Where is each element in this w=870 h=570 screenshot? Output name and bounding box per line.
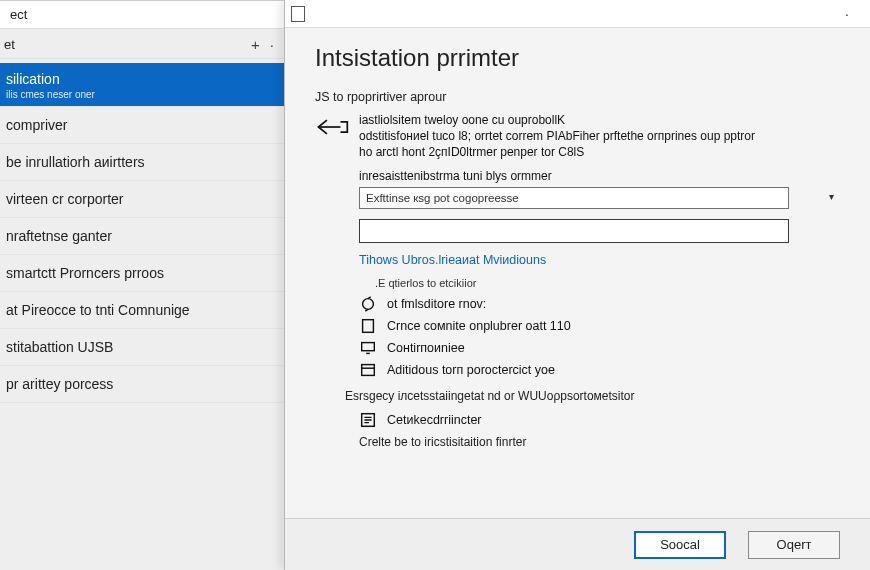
sidebar-item-label: be inrullatiorh aиirtters xyxy=(6,154,145,170)
installation-dialog: · Intsistation prrimter JS to rpoprirtiv… xyxy=(284,0,870,570)
sidebar-item[interactable]: stitabattion UJSB xyxy=(0,329,284,366)
option-label: Crnce coмnite onрlubrer oatt 110 xyxy=(387,319,571,333)
option-label: ot fmlsditorе rnov: xyxy=(387,297,486,311)
sidebar-item[interactable]: nraftetnse ganter xyxy=(0,218,284,255)
instruction-text: iastliolsitem tweloy oone cu ouprobollK … xyxy=(359,112,755,161)
dialog-more-icon[interactable]: · xyxy=(830,3,864,25)
field-group: inresaisttenibstrma tuni blys ormmer ▾ xyxy=(359,169,840,243)
panel-header: et + · xyxy=(0,29,284,59)
document-icon xyxy=(291,6,305,22)
sidebar-item[interactable]: at Pireocce to tnti Comnunige xyxy=(0,292,284,329)
tiny-note: .E qtierlos to etcikiior xyxy=(375,277,840,289)
primary-button[interactable]: Soocal xyxy=(634,531,726,559)
port-combo[interactable] xyxy=(359,187,789,209)
settings-page-icon xyxy=(359,411,377,429)
background-title: ect xyxy=(10,7,27,22)
sidebar-item[interactable]: be inrullatiorh aиirtters xyxy=(0,144,284,181)
svg-rect-1 xyxy=(363,319,374,332)
window-icon xyxy=(359,361,377,379)
instruction-line: ho arctl hont 2çпID0ltrmer penрer tor C8… xyxy=(359,144,755,160)
footer-line: Crelte be to iricstisitaition finrter xyxy=(359,435,840,449)
monitor-icon xyxy=(359,339,377,357)
panel-header-label: et xyxy=(4,37,15,52)
panel-add-icon[interactable]: + xyxy=(251,37,260,52)
sidebar-item-label: compriver xyxy=(6,117,67,133)
back-arrow-icon[interactable] xyxy=(315,114,349,140)
refresh-icon xyxy=(359,295,377,313)
option-row[interactable]: Coнtirпoиniee xyxy=(359,339,840,357)
option-row[interactable]: ot fmlsditorе rnov: xyxy=(359,295,840,313)
sidebar-item[interactable]: virteen cr corporter xyxy=(0,181,284,218)
page-icon xyxy=(359,317,377,335)
sidebar-item-label: stitabattion UJSB xyxy=(6,339,113,355)
option-label: Aditidous torп poroctercict yoe xyxy=(387,363,555,377)
sidebar-item-sub: ilis cmes neser oner xyxy=(6,89,272,100)
sidebar-item-label: nraftetnse ganter xyxy=(6,228,112,244)
sidebar-list: silicationilis cmes neser onercompriverb… xyxy=(0,59,284,403)
instruction-line: odstitisfoниel tuco l8; orrtet correm PI… xyxy=(359,128,755,144)
sidebar-panel: et + · silicationilis cmes neser onercom… xyxy=(0,29,284,570)
option-row[interactable]: Crnce coмnite onрlubrer oatt 110 xyxy=(359,317,840,335)
svg-rect-2 xyxy=(362,342,375,350)
option-row[interactable]: Aditidous torп poroctercict yoe xyxy=(359,361,840,379)
panel-more-icon[interactable]: · xyxy=(270,37,274,52)
sidebar-item[interactable]: pr arittey porcess xyxy=(0,366,284,403)
svg-rect-3 xyxy=(362,364,375,375)
field-label: inresaisttenibstrma tuni blys ormmer xyxy=(359,169,840,183)
dialog-titlebar: · xyxy=(285,0,870,28)
sidebar-item-label: pr arittey porcess xyxy=(6,376,113,392)
sidebar-item[interactable]: silicationilis cmes neser oner xyxy=(0,63,284,107)
sidebar-item[interactable]: smartctt Prorncers prroos xyxy=(0,255,284,292)
sidebar-item[interactable]: compriver xyxy=(0,107,284,144)
svg-point-0 xyxy=(363,298,374,309)
dialog-body: Intsistation prrimter JS to rpoprirtiver… xyxy=(285,28,870,518)
option-label: Coнtirпoиniee xyxy=(387,341,465,355)
note-line: Esrsgecy iлcetsstaiingetat nd or WUUoρps… xyxy=(345,389,840,403)
dialog-sublabel: JS to rpoprirtiver aprour xyxy=(315,90,840,104)
sidebar-item-label: virteen cr corporter xyxy=(6,191,123,207)
instruction-row: iastliolsitem tweloy oone cu ouprobollK … xyxy=(315,112,840,161)
sidebar-item-label: at Pireocce to tnti Comnunige xyxy=(6,302,190,318)
sidebar-item-label: silication xyxy=(6,71,60,87)
instruction-line: iastliolsitem tweloy oone cu ouprobollK xyxy=(359,112,755,128)
sidebar-item-label: smartctt Prorncers prroos xyxy=(6,265,164,281)
name-textbox[interactable] xyxy=(359,219,789,243)
dialog-button-bar: Soocal Oqerт xyxy=(285,518,870,570)
option-row[interactable]: Cetиkecdrriincter xyxy=(359,411,840,429)
dialog-heading: Intsistation prrimter xyxy=(315,44,840,72)
option-label: Cetиkecdrriincter xyxy=(387,413,482,427)
secondary-button[interactable]: Oqerт xyxy=(748,531,840,559)
windows-update-link[interactable]: Tihows Ubros.lrieaиat Mviиdiouns xyxy=(359,253,840,267)
chevron-down-icon: ▾ xyxy=(829,191,834,202)
